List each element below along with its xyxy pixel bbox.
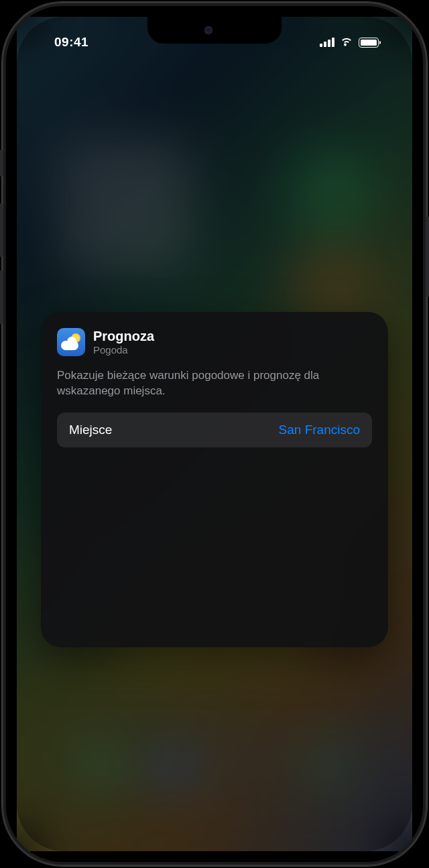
battery-icon	[359, 38, 379, 48]
widget-app-name: Pogoda	[93, 344, 154, 356]
widget-title: Prognoza	[93, 328, 154, 344]
weather-app-icon	[57, 328, 85, 356]
power-button	[426, 217, 429, 297]
status-time: 09:41	[54, 35, 88, 50]
notch	[147, 17, 282, 44]
location-setting-row[interactable]: Miejsce San Francisco	[57, 413, 372, 447]
cellular-signal-icon	[320, 38, 334, 47]
widget-description: Pokazuje bieżące warunki pogodowe i prog…	[57, 368, 372, 399]
widget-edit-sheet: Prognoza Pogoda Pokazuje bieżące warunki…	[41, 312, 388, 647]
mute-switch	[0, 150, 3, 176]
setting-label: Miejsce	[69, 423, 112, 437]
setting-value: San Francisco	[279, 423, 360, 437]
phone-frame: 09:41	[2, 2, 427, 866]
status-icons	[320, 36, 379, 49]
front-camera	[204, 26, 212, 34]
phone-screen: 09:41	[17, 17, 412, 851]
volume-down-button	[0, 270, 3, 324]
widget-header: Prognoza Pogoda	[57, 328, 372, 356]
wifi-icon	[340, 36, 353, 49]
volume-up-button	[0, 203, 3, 257]
